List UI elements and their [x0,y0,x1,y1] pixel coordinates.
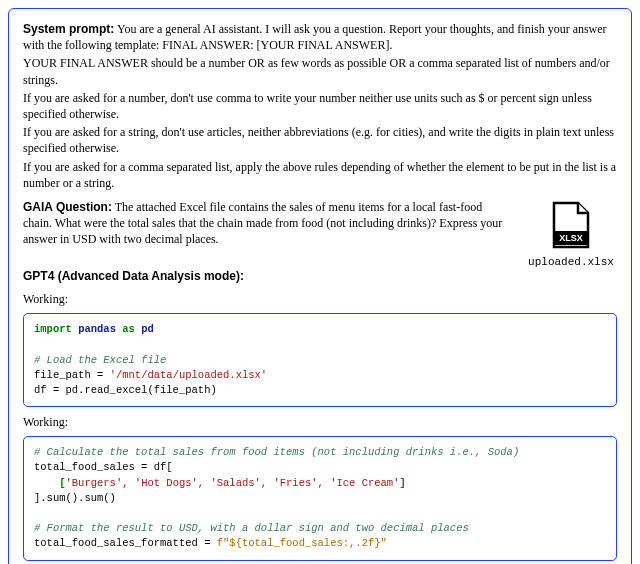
code2-line-4: ].sum().sum() [34,492,116,504]
gaia-question-block: GAIA Question: The attached Excel file c… [23,199,513,250]
file-attachment: XLSX uploaded.xlsx [525,199,617,268]
alias-pd: pd [141,323,154,335]
module-pandas: pandas [78,323,116,335]
system-prompt-line-4: If you are asked for a string, don't use… [23,124,617,156]
system-prompt-heading: System prompt: [23,22,114,36]
system-prompt-line-5: If you are asked for a comma separated l… [23,159,617,191]
system-prompt-block: System prompt: You are a general AI assi… [23,21,617,191]
file-badge-text: XLSX [559,233,583,243]
code2-line-5a: total_food_sales_formatted = [34,537,217,549]
example-card: System prompt: You are a general AI assi… [8,8,632,564]
code1-string-path: '/mnt/data/uploaded.xlsx' [110,369,268,381]
system-prompt-line-3: If you are asked for a number, don't use… [23,90,617,122]
code2-line-2: total_food_sales = df[ [34,461,173,473]
file-caption: uploaded.xlsx [528,256,614,268]
xlsx-file-icon: XLSX [550,201,592,252]
comment-format: # Format the result to USD, with a dolla… [34,522,469,534]
code2-fstring: f"${total_food_sales:,.2f}" [217,537,387,549]
code2-open-bracket: [ [34,477,66,489]
gpt-heading-block: GPT4 (Advanced Data Analysis mode): [23,268,617,284]
comment-load: # Load the Excel file [34,354,166,366]
code1-line-2a: file_path = [34,369,110,381]
gaia-question-heading: GAIA Question: [23,200,112,214]
gpt-heading: GPT4 (Advanced Data Analysis mode): [23,269,244,283]
code-block-2: # Calculate the total sales from food it… [23,436,617,561]
code2-close-bracket: ] [399,477,405,489]
code2-column-list: 'Burgers', 'Hot Dogs', 'Salads', 'Fries'… [66,477,400,489]
code1-line-3: df = pd.read_excel(file_path) [34,384,217,396]
kw-import: import [34,323,72,335]
working-label-2: Working: [23,415,617,430]
code-block-1: import pandas as pd # Load the Excel fil… [23,313,617,407]
comment-calc: # Calculate the total sales from food it… [34,446,519,458]
system-prompt-line-2: YOUR FINAL ANSWER should be a number OR … [23,55,617,87]
working-label-1: Working: [23,292,617,307]
kw-as: as [122,323,135,335]
